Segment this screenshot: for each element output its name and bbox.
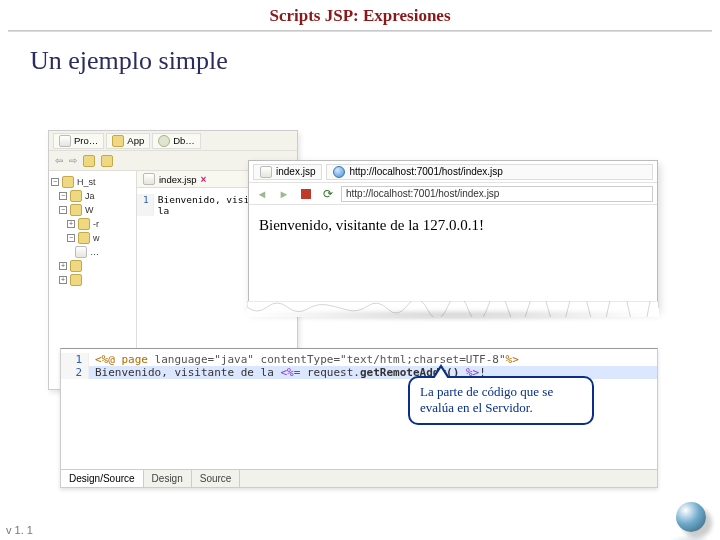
decorative-orb-icon <box>676 502 706 532</box>
annotation-callout: La parte de código que se evalúa en el S… <box>408 376 594 425</box>
ide-toolbar: Pro… App Db… <box>49 131 297 151</box>
browser-tab-url[interactable]: http://localhost:7001/host/index.jsp <box>326 164 653 180</box>
line-number: 1 <box>61 353 89 366</box>
tab-source[interactable]: Source <box>192 470 241 487</box>
file-icon <box>59 135 71 147</box>
tree-node[interactable]: −w <box>51 231 134 245</box>
ide-tab-label: Pro… <box>74 135 98 146</box>
browser-tab-url-text: http://localhost:7001/host/index.jsp <box>349 166 502 177</box>
ide-tab-app[interactable]: App <box>106 133 150 149</box>
ide-tab-db[interactable]: Db… <box>152 133 201 149</box>
refresh-icon[interactable]: ⟳ <box>319 186 337 202</box>
stop-icon[interactable] <box>297 186 315 202</box>
line-number: 1 <box>137 194 154 216</box>
back-icon[interactable]: ◄ <box>253 186 271 202</box>
jsp-icon <box>143 173 155 185</box>
tab-design[interactable]: Design <box>144 470 192 487</box>
address-text: http://localhost:7001/host/index.jsp <box>346 188 499 199</box>
editor-tab-label: index.jsp <box>159 174 197 185</box>
tree-node[interactable]: −Ja <box>51 189 134 203</box>
browser-tab-file[interactable]: index.jsp <box>253 164 322 180</box>
version-label: v 1. 1 <box>6 524 33 536</box>
slide-title: Scripts JSP: Expresiones <box>269 6 450 25</box>
tree-node[interactable]: + <box>51 273 134 287</box>
page-body-text: Bienvenido, visitante de la 127.0.0.1! <box>259 217 484 233</box>
content-stage: Pro… App Db… ⇦ ⇨ −H_st −Ja −W +-r −w <box>48 130 658 500</box>
forward-icon[interactable]: ► <box>275 186 293 202</box>
tree-node[interactable]: +-r <box>51 217 134 231</box>
browser-navbar: ◄ ► ⟳ http://localhost:7001/host/index.j… <box>249 183 657 205</box>
tree-node[interactable]: … <box>51 245 134 259</box>
callout-text: La parte de código que se evalúa en el S… <box>420 384 553 415</box>
slide-title-bar: Scripts JSP: Expresiones <box>0 0 720 30</box>
tree-node[interactable]: −H_st <box>51 175 134 189</box>
ide-tab-label: App <box>127 135 144 146</box>
back-icon[interactable]: ⇦ <box>55 155 63 166</box>
browser-window: index.jsp http://localhost:7001/host/ind… <box>248 160 658 310</box>
tab-design-source[interactable]: Design/Source <box>61 470 144 487</box>
ide-tab-projects[interactable]: Pro… <box>53 133 104 149</box>
folder-open-icon[interactable] <box>101 155 113 167</box>
slide-subtitle: Un ejemplo simple <box>0 32 720 76</box>
browser-tabbar: index.jsp http://localhost:7001/host/ind… <box>249 161 657 183</box>
tree-node[interactable]: + <box>51 259 134 273</box>
line-number: 2 <box>61 366 89 379</box>
globe-icon <box>333 166 345 178</box>
folder-icon[interactable] <box>83 155 95 167</box>
code-text: <%@ page language="java" contentType="te… <box>89 353 657 366</box>
editor-mode-tabs: Design/Source Design Source <box>61 469 657 487</box>
jsp-icon <box>260 166 272 178</box>
close-icon[interactable]: × <box>201 174 207 185</box>
browser-tab-label: index.jsp <box>276 166 315 177</box>
browser-shadow <box>244 310 664 320</box>
forward-icon[interactable]: ⇨ <box>69 155 77 166</box>
address-bar[interactable]: http://localhost:7001/host/index.jsp <box>341 186 653 202</box>
browser-viewport: Bienvenido, visitante de la 127.0.0.1! <box>249 205 657 246</box>
database-icon <box>158 135 170 147</box>
tree-node[interactable]: −W <box>51 203 134 217</box>
folder-icon <box>112 135 124 147</box>
ide-tab-label: Db… <box>173 135 195 146</box>
code-line: 1 <%@ page language="java" contentType="… <box>61 353 657 366</box>
orb-reflection <box>668 534 712 540</box>
